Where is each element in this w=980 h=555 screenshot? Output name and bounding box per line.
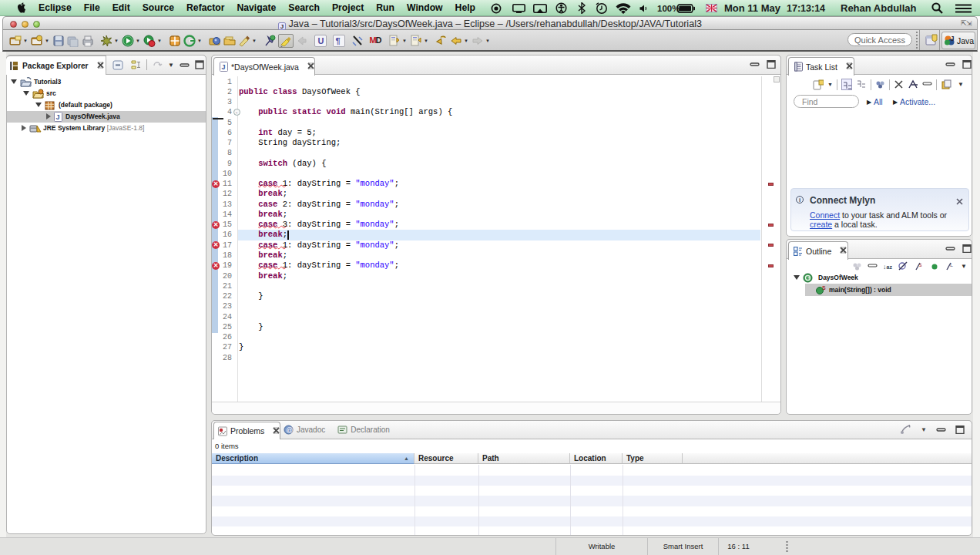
svg-text:@: @ <box>286 426 293 434</box>
svg-text:L: L <box>950 262 953 267</box>
svg-text:J: J <box>222 63 226 71</box>
svg-text:J: J <box>951 35 955 42</box>
svg-text:S: S <box>822 285 826 291</box>
svg-text:s: s <box>919 262 922 267</box>
svg-text:J: J <box>56 113 60 121</box>
